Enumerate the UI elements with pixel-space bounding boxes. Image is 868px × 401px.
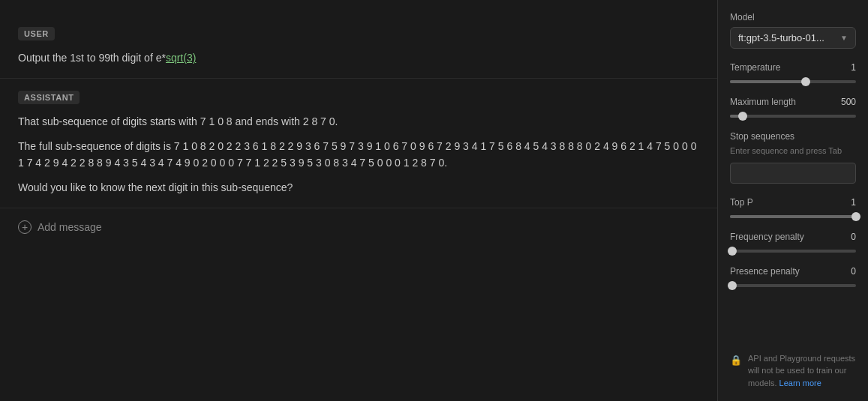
user-message-block: USER Output the 1st to 99th digit of e*s… [0, 15, 717, 79]
lock-icon: 🔒 [730, 353, 742, 368]
frequency-penalty-row: Frequency penalty 0 [730, 232, 856, 242]
presence-penalty-section: Presence penalty 0 [730, 266, 856, 287]
temperature-section: Temperature 1 [730, 62, 856, 83]
presence-penalty-label: Presence penalty [730, 266, 800, 277]
learn-more-link[interactable]: Learn more [779, 379, 821, 388]
frequency-penalty-value: 0 [851, 232, 856, 242]
presence-penalty-value: 0 [851, 266, 856, 277]
top-p-fill [730, 215, 856, 218]
stop-sequences-hint: Enter sequence and press Tab [730, 146, 856, 155]
frequency-penalty-label: Frequency penalty [730, 232, 804, 242]
user-message-content[interactable]: Output the 1st to 99th digit of e*sqrt(3… [18, 49, 699, 66]
assistant-message-content[interactable]: That sub-sequence of digits starts with … [18, 113, 699, 196]
top-p-row: Top P 1 [730, 197, 856, 208]
assistant-message-block: ASSISTANT That sub-sequence of digits st… [0, 79, 717, 208]
temperature-fill [730, 80, 806, 83]
frequency-penalty-section: Frequency penalty 0 [730, 232, 856, 253]
stop-sequences-input[interactable] [730, 163, 856, 184]
top-p-thumb[interactable] [851, 212, 860, 221]
temperature-value: 1 [851, 62, 856, 73]
top-p-slider[interactable] [730, 215, 856, 218]
max-length-slider[interactable] [730, 115, 856, 118]
settings-sidebar: Model ft:gpt-3.5-turbo-01... ▼ Temperatu… [718, 0, 868, 401]
max-length-value: 500 [841, 97, 856, 107]
top-p-label: Top P [730, 197, 753, 208]
privacy-text: API and Playground requests will not be … [748, 352, 856, 390]
temperature-row: Temperature 1 [730, 62, 856, 73]
max-length-label: Maximum length [730, 97, 796, 107]
add-icon: + [18, 220, 32, 234]
model-label: Model [730, 12, 856, 22]
chat-area: USER Output the 1st to 99th digit of e*s… [0, 0, 718, 401]
top-p-section: Top P 1 [730, 197, 856, 218]
presence-penalty-thumb[interactable] [728, 281, 737, 290]
max-length-row: Maximum length 500 [730, 97, 856, 107]
top-p-value: 1 [851, 197, 856, 208]
assistant-role-badge: ASSISTANT [18, 91, 80, 104]
assistant-line-3: Would you like to know the next digit in… [18, 179, 699, 196]
stop-sequences-section: Stop sequences Enter sequence and press … [730, 131, 856, 184]
temperature-slider[interactable] [730, 80, 856, 83]
privacy-notice: 🔒 API and Playground requests will not b… [730, 352, 856, 390]
temperature-thumb[interactable] [801, 77, 810, 86]
max-length-thumb[interactable] [738, 112, 747, 121]
frequency-penalty-thumb[interactable] [728, 247, 737, 256]
add-message-label: Add message [38, 221, 102, 233]
presence-penalty-slider[interactable] [730, 284, 856, 287]
user-role-badge: USER [18, 27, 55, 40]
chevron-down-icon: ▼ [840, 34, 848, 42]
frequency-penalty-slider[interactable] [730, 250, 856, 253]
stop-sequences-label: Stop sequences [730, 131, 856, 142]
assistant-line-2: The full sub-sequence of digits is 7 1 0… [18, 138, 699, 172]
user-message-header: USER [18, 27, 699, 40]
max-length-section: Maximum length 500 [730, 97, 856, 118]
assistant-message-header: ASSISTANT [18, 91, 699, 104]
model-dropdown[interactable]: ft:gpt-3.5-turbo-01... ▼ [730, 27, 856, 49]
temperature-label: Temperature [730, 62, 780, 73]
model-section: Model ft:gpt-3.5-turbo-01... ▼ [730, 12, 856, 49]
model-value: ft:gpt-3.5-turbo-01... [738, 32, 824, 43]
assistant-line-1: That sub-sequence of digits starts with … [18, 113, 699, 130]
add-message-button[interactable]: + Add message [0, 208, 717, 246]
presence-penalty-row: Presence penalty 0 [730, 266, 856, 277]
